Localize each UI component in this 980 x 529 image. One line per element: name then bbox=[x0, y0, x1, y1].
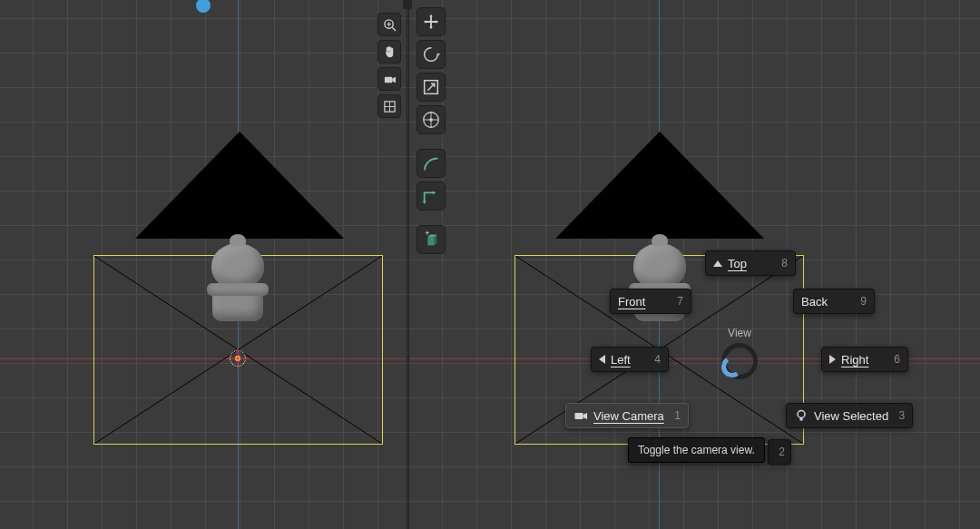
pie-top-button[interactable]: Top 8 bbox=[705, 250, 796, 276]
pie-view-selected-label: View Selected bbox=[814, 409, 888, 423]
rotate-icon[interactable] bbox=[416, 40, 446, 69]
camera-icon[interactable] bbox=[377, 67, 401, 91]
pie-view-selected-button[interactable]: View Selected 3 bbox=[786, 403, 913, 428]
addcube-icon[interactable]: + bbox=[416, 225, 446, 254]
viewport-splitter[interactable] bbox=[403, 0, 412, 9]
viewport-left[interactable] bbox=[0, 0, 407, 529]
pie-left-label: Left bbox=[611, 353, 631, 367]
pie-right-label: Right bbox=[841, 353, 868, 367]
pie-left-key: 4 bbox=[650, 353, 661, 366]
object-cactus[interactable] bbox=[201, 243, 274, 321]
camera-shape bbox=[555, 132, 764, 239]
camera-icon bbox=[573, 408, 588, 423]
svg-rect-6 bbox=[384, 76, 391, 83]
pie-view-camera-button[interactable]: View Camera 1 bbox=[565, 403, 689, 428]
pie-front-button[interactable]: Front 7 bbox=[610, 289, 691, 314]
pie-front-key: 7 bbox=[672, 295, 683, 308]
toolbar: + bbox=[416, 7, 446, 254]
pie-top-label: Top bbox=[728, 257, 747, 270]
pie-right-button[interactable]: Right 6 bbox=[821, 347, 908, 372]
svg-rect-23 bbox=[575, 413, 583, 419]
lightbulb-icon bbox=[794, 408, 808, 423]
measure-icon[interactable] bbox=[416, 181, 446, 211]
cursor-3d[interactable] bbox=[230, 350, 246, 367]
pie-left-button[interactable]: Left 4 bbox=[591, 347, 669, 372]
pie-back-button[interactable]: Back 9 bbox=[793, 289, 875, 314]
pie-view-camera-key: 1 bbox=[670, 409, 681, 422]
pie-bottom-key[interactable]: 2 bbox=[768, 439, 791, 465]
svg-text:+: + bbox=[426, 230, 430, 238]
pie-menu-ring bbox=[721, 343, 758, 379]
zoom-icon[interactable] bbox=[377, 13, 401, 36]
transform-icon[interactable] bbox=[416, 105, 446, 134]
pie-bottom-key-label: 2 bbox=[774, 446, 785, 458]
svg-marker-18 bbox=[423, 201, 426, 205]
scale-icon[interactable] bbox=[416, 73, 446, 102]
svg-marker-7 bbox=[392, 76, 396, 83]
chevron-right-icon bbox=[829, 355, 836, 364]
svg-rect-26 bbox=[800, 418, 803, 421]
pan-icon[interactable] bbox=[377, 40, 401, 64]
tooltip: Toggle the camera view. bbox=[628, 437, 765, 463]
pie-view-selected-key: 3 bbox=[894, 409, 905, 422]
viewport-nav-icons bbox=[377, 13, 401, 118]
move-icon[interactable] bbox=[416, 7, 446, 36]
svg-marker-19 bbox=[433, 191, 436, 195]
chevron-up-icon bbox=[713, 260, 722, 267]
svg-marker-12 bbox=[436, 53, 440, 56]
pie-menu-title: View bbox=[717, 327, 762, 339]
chevron-left-icon bbox=[599, 355, 605, 364]
svg-marker-24 bbox=[583, 413, 588, 419]
pie-view-camera-label: View Camera bbox=[593, 409, 664, 423]
pie-top-key: 8 bbox=[777, 257, 788, 269]
pie-right-key: 6 bbox=[889, 353, 900, 366]
camera-shape bbox=[135, 132, 344, 239]
grid-icon[interactable] bbox=[377, 94, 401, 118]
pie-front-label: Front bbox=[618, 295, 645, 309]
svg-point-11 bbox=[425, 48, 438, 62]
navball-icon[interactable] bbox=[196, 0, 211, 13]
pie-back-label: Back bbox=[801, 295, 828, 309]
pie-back-key: 9 bbox=[856, 295, 867, 308]
annotate-icon[interactable] bbox=[416, 149, 446, 178]
svg-line-3 bbox=[392, 27, 396, 31]
viewport-right[interactable]: + View Top 8 Front 7 Back 9 Left 4 bbox=[408, 0, 980, 529]
tooltip-text: Toggle the camera view. bbox=[638, 444, 755, 456]
svg-point-25 bbox=[798, 411, 805, 418]
